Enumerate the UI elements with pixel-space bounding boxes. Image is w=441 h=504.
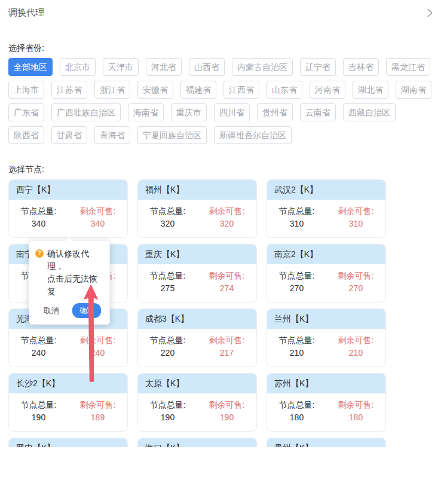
node-remain-stat: 剩余可售: 310 xyxy=(326,205,385,231)
node-remain-value: 340 xyxy=(68,217,127,231)
province-button-25[interactable]: 云南省 xyxy=(300,103,336,121)
province-button-11[interactable]: 浙江省 xyxy=(94,81,130,99)
node-card[interactable]: 福州【K】 节点总量: 320 剩余可售: 320 xyxy=(137,179,257,238)
node-card-title: 海口【K】 xyxy=(145,443,184,448)
province-button-28[interactable]: 甘肃省 xyxy=(51,126,87,144)
popconfirm: ? 确认修改代理， 点击后无法恢复 取消 确定 xyxy=(29,240,110,325)
province-button-5[interactable]: 内蒙古自治区 xyxy=(232,58,293,76)
node-card-header: 成都3【K】 xyxy=(138,309,256,329)
node-card-title: 成都3【K】 xyxy=(145,314,189,325)
node-card-header: 兰州【K】 xyxy=(267,309,385,329)
node-total-label: 节点总量: xyxy=(267,205,326,217)
province-section-label: 选择省份: xyxy=(8,43,433,54)
node-remain-stat: 剩余可售: 189 xyxy=(68,399,127,424)
province-button-30[interactable]: 宁夏回族自治区 xyxy=(137,126,207,144)
node-card-body: 节点总量: 210 剩余可售: 210 xyxy=(267,329,385,360)
node-card[interactable]: 重庆【K】 节点总量: 275 剩余可售: 274 xyxy=(137,244,257,303)
province-button-8[interactable]: 黑龙江省 xyxy=(386,58,430,76)
node-card-body: 节点总量: 270 剩余可售: 270 xyxy=(267,264,385,295)
node-card-body: 节点总量: 275 剩余可售: 274 xyxy=(138,264,256,295)
panel-header: 调换代理 xyxy=(0,0,441,19)
province-button-10[interactable]: 江苏省 xyxy=(51,81,87,99)
node-card-header: 长沙2【K】 xyxy=(9,374,127,393)
node-card[interactable]: 南京2【K】 节点总量: 270 剩余可售: 270 xyxy=(267,244,386,303)
question-icon: ? xyxy=(35,249,44,258)
cancel-button[interactable]: 取消 xyxy=(41,304,62,317)
node-remain-label: 剩余可售: xyxy=(197,399,256,411)
province-button-23[interactable]: 四川省 xyxy=(214,103,250,121)
node-remain-value: 274 xyxy=(197,282,256,295)
node-total-label: 节点总量: xyxy=(138,334,197,346)
province-button-16[interactable]: 河南省 xyxy=(310,81,345,99)
node-card[interactable]: 晋中【K】 节点总量: 剩余可售: xyxy=(8,438,128,447)
node-remain-value: 210 xyxy=(326,346,385,360)
node-remain-label: 剩余可售: xyxy=(326,334,385,346)
province-button-26[interactable]: 西藏自治区 xyxy=(343,103,396,121)
province-button-12[interactable]: 安徽省 xyxy=(137,81,173,99)
node-remain-value: 190 xyxy=(197,411,256,424)
province-button-9[interactable]: 上海市 xyxy=(8,81,44,99)
province-button-4[interactable]: 山西省 xyxy=(189,58,225,76)
node-total-value: 240 xyxy=(9,346,68,360)
node-remain-stat: 剩余可售: 320 xyxy=(197,205,256,231)
province-button-1[interactable]: 北京市 xyxy=(60,58,96,76)
node-remain-label: 剩余可售: xyxy=(197,205,256,217)
node-total-label: 节点总量: xyxy=(138,270,197,282)
province-button-3[interactable]: 河北省 xyxy=(146,58,182,76)
province-button-group: 全部地区北京市天津市河北省山西省内蒙古自治区辽宁省吉林省黑龙江省上海市江苏省浙江… xyxy=(8,58,434,144)
province-button-24[interactable]: 贵州省 xyxy=(257,103,293,121)
province-button-7[interactable]: 吉林省 xyxy=(343,58,379,76)
node-card-header: 重庆【K】 xyxy=(138,245,256,264)
province-button-29[interactable]: 青海省 xyxy=(94,126,130,144)
node-card[interactable]: 苏州【K】 节点总量: 180 剩余可售: 180 xyxy=(267,373,386,432)
node-card[interactable]: 西宁【K】 节点总量: 340 剩余可售: 340 xyxy=(8,179,128,238)
node-card[interactable]: 贵州【K】 节点总量: 剩余可售: xyxy=(267,438,386,447)
province-button-13[interactable]: 福建省 xyxy=(180,81,216,99)
node-card[interactable]: 兰州【K】 节点总量: 210 剩余可售: 210 xyxy=(267,308,386,367)
node-remain-value: 180 xyxy=(326,411,385,424)
page-title: 调换代理 xyxy=(8,7,44,19)
node-total-value: 210 xyxy=(267,346,326,360)
node-card-title: 贵州【K】 xyxy=(274,443,313,448)
node-card-header: 太原【K】 xyxy=(138,374,256,393)
province-button-15[interactable]: 山东省 xyxy=(267,81,302,99)
node-remain-stat: 剩余可售: 217 xyxy=(197,334,256,360)
node-card[interactable]: 长沙2【K】 节点总量: 190 剩余可售: 189 xyxy=(8,373,128,432)
node-total-label: 节点总量: xyxy=(267,399,326,411)
node-card-body: 节点总量: 220 剩余可售: 217 xyxy=(138,329,256,360)
province-button-17[interactable]: 湖北省 xyxy=(353,81,388,99)
province-button-27[interactable]: 陕西省 xyxy=(8,126,44,144)
chevron-right-icon[interactable] xyxy=(425,7,435,19)
province-section: 选择省份: 全部地区北京市天津市河北省山西省内蒙古自治区辽宁省吉林省黑龙江省上海… xyxy=(8,43,433,144)
province-button-0[interactable]: 全部地区 xyxy=(8,58,53,76)
province-button-31[interactable]: 新疆维吾尔自治区 xyxy=(214,126,292,144)
node-card-body: 节点总量: 310 剩余可售: 310 xyxy=(267,200,385,231)
province-button-2[interactable]: 天津市 xyxy=(103,58,139,76)
province-button-22[interactable]: 重庆市 xyxy=(171,103,207,121)
node-card[interactable]: 武汉2【K】 节点总量: 310 剩余可售: 310 xyxy=(267,179,386,238)
popconfirm-message-line2: 点击后无法恢复 xyxy=(47,273,102,298)
node-card-body: 节点总量: 190 剩余可售: 189 xyxy=(9,393,127,424)
province-button-6[interactable]: 辽宁省 xyxy=(300,58,336,76)
node-card[interactable]: 海口【K】 节点总量: 剩余可售: xyxy=(137,438,257,447)
node-total-stat: 节点总量: 180 xyxy=(267,399,326,424)
node-total-value: 190 xyxy=(138,411,197,424)
province-button-20[interactable]: 广西壮族自治区 xyxy=(51,103,121,121)
node-total-value: 190 xyxy=(9,411,68,424)
popconfirm-actions: 取消 确定 xyxy=(35,303,102,318)
node-card[interactable]: 成都3【K】 节点总量: 220 剩余可售: 217 xyxy=(137,308,257,367)
node-card-title: 武汉2【K】 xyxy=(274,185,318,196)
node-card-header: 海口【K】 xyxy=(138,438,256,447)
node-card[interactable]: 太原【K】 节点总量: 190 剩余可售: 190 xyxy=(137,373,257,432)
node-section-label: 选择节点: xyxy=(8,164,441,175)
node-card-body: 节点总量: 320 剩余可售: 320 xyxy=(138,200,256,231)
confirm-button[interactable]: 确定 xyxy=(72,303,101,318)
province-button-14[interactable]: 江西省 xyxy=(223,81,259,99)
node-card-title: 福州【K】 xyxy=(145,185,184,196)
province-button-18[interactable]: 湖南省 xyxy=(396,81,431,99)
province-button-19[interactable]: 广东省 xyxy=(8,103,44,121)
node-total-stat: 节点总量: 240 xyxy=(9,334,68,360)
node-total-value: 275 xyxy=(138,282,197,295)
province-button-21[interactable]: 海南省 xyxy=(128,103,164,121)
node-total-stat: 节点总量: 190 xyxy=(9,399,68,424)
